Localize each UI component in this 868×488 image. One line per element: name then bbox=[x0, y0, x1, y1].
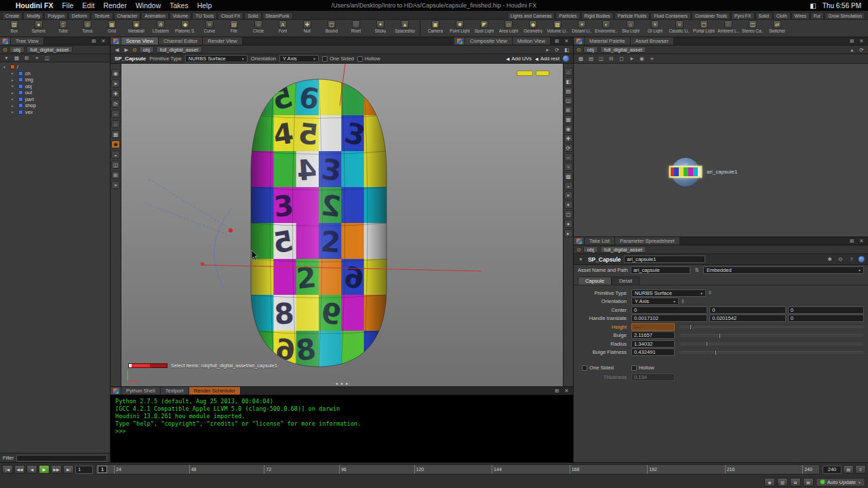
shelf-tab[interactable]: Particle Fluids bbox=[614, 12, 650, 19]
nav-up-icon[interactable]: ▴ bbox=[848, 46, 856, 54]
center-z-field[interactable]: 0 bbox=[788, 306, 864, 314]
pane-close-icon[interactable]: ✕ bbox=[563, 37, 570, 45]
shelf-tab[interactable]: Pyro FX bbox=[731, 12, 755, 19]
pane-icon-tab[interactable] bbox=[0, 37, 11, 45]
pane-grip[interactable]: ● ● ● bbox=[336, 382, 349, 386]
realtime-toggle-icon[interactable]: ◉ bbox=[764, 478, 775, 487]
viewport-tool-icon[interactable]: ⊞ bbox=[111, 171, 120, 179]
viewport-display-icon[interactable]: ● bbox=[564, 220, 573, 228]
shelf-tool[interactable]: ▭ Area Light bbox=[496, 20, 521, 33]
global-anim-icon[interactable]: ⊞ bbox=[790, 478, 801, 487]
viewport-display-icon[interactable]: ◒ bbox=[564, 182, 573, 190]
shelf-tool[interactable]: ◌ Rivet bbox=[344, 20, 368, 33]
add-rest-button[interactable]: ◀Add rest bbox=[535, 56, 559, 62]
viewport-display-icon[interactable]: ▸ bbox=[564, 229, 573, 237]
shelf-tool[interactable]: ✚ Null bbox=[295, 20, 319, 33]
tab-tree-view[interactable]: Tree View bbox=[11, 37, 44, 45]
viewport-display-icon[interactable]: ⟳ bbox=[564, 144, 573, 152]
shelf-tab[interactable]: Volume bbox=[170, 12, 192, 19]
viewport-display-icon[interactable]: ▤ bbox=[564, 87, 573, 95]
handle-translate-y-field[interactable]: 0.0201542 bbox=[709, 314, 785, 322]
tab-detail[interactable]: Detail bbox=[612, 277, 639, 285]
filter-input[interactable] bbox=[16, 455, 107, 462]
center-x-field[interactable]: 0 bbox=[631, 306, 707, 314]
shelf-tool[interactable]: ◫ Stereo Ca.. bbox=[741, 20, 765, 33]
viewport-display-icon[interactable]: ▩ bbox=[564, 172, 573, 180]
shelf-tool[interactable]: ✹ Point Light bbox=[448, 20, 472, 33]
transport-button[interactable]: ▶▶ bbox=[51, 465, 62, 474]
radius-slider[interactable] bbox=[679, 343, 864, 345]
shelf-tab[interactable]: Grow Simulation bbox=[825, 12, 865, 19]
bulge-field[interactable]: 2.11657 bbox=[631, 331, 675, 339]
pane-tab[interactable]: Scene View bbox=[121, 37, 159, 45]
viewport-display-icon[interactable]: ◉ bbox=[564, 125, 573, 133]
pane-close-icon[interactable]: ✕ bbox=[858, 237, 865, 245]
asset-name-field[interactable]: ari_capsule bbox=[631, 266, 690, 274]
tab-capsule[interactable]: Capsule bbox=[578, 277, 612, 285]
pane-split-icon[interactable]: ⊞ bbox=[848, 37, 856, 45]
path-root-chip[interactable]: obj bbox=[583, 246, 598, 253]
asset-mode-select[interactable]: Embedded▾ bbox=[703, 266, 864, 274]
pane-tab[interactable]: Channel Editor bbox=[159, 37, 203, 45]
tree-split-icon[interactable]: ⊞ bbox=[23, 54, 31, 62]
shelf-tool[interactable]: ◎ Torus bbox=[75, 20, 100, 33]
path-pin-icon[interactable]: ⊙ bbox=[576, 247, 581, 253]
sync-icon[interactable]: ⇅ bbox=[693, 266, 701, 274]
shelf-tool[interactable]: A Font bbox=[271, 20, 295, 33]
auto-update-select[interactable]: Auto Update ▾ bbox=[816, 478, 865, 487]
path-pin-icon[interactable]: ⊙ bbox=[132, 47, 137, 53]
handle-translate-x-field[interactable]: 0.0017102 bbox=[631, 314, 707, 322]
pane-icon-tab[interactable] bbox=[111, 37, 121, 45]
history-icon[interactable]: ⟳ bbox=[858, 46, 865, 54]
radius-field[interactable]: 1.34032 bbox=[631, 340, 675, 348]
path-root-chip[interactable]: obj bbox=[9, 46, 24, 53]
shelf-tool[interactable]: ≈ Curve bbox=[197, 20, 222, 33]
menu-render[interactable]: Render bbox=[103, 1, 126, 9]
menu-file[interactable]: File bbox=[62, 1, 73, 9]
shelf-tool[interactable]: ◌ Ambient L.. bbox=[716, 20, 741, 33]
viewport-display-icon[interactable]: ▦ bbox=[564, 115, 573, 123]
shelf-tab[interactable]: Character bbox=[114, 12, 141, 19]
shelf-tool[interactable]: ▦ Grid bbox=[100, 20, 124, 33]
menu-help[interactable]: Help bbox=[197, 1, 212, 9]
pane-split-icon[interactable]: ⊞ bbox=[553, 387, 561, 394]
network-tool-icon[interactable]: ◻ bbox=[618, 55, 625, 62]
path-pin-icon[interactable]: ⊙ bbox=[3, 47, 7, 53]
frame-field[interactable]: 1 bbox=[75, 466, 93, 474]
shelf-tab[interactable]: Fur bbox=[810, 12, 824, 19]
shelf-tab[interactable]: Deform bbox=[68, 12, 90, 19]
tree-item[interactable]: ▾ / bbox=[0, 64, 110, 70]
viewport-tool-icon[interactable]: ◫ bbox=[111, 161, 120, 169]
pane-icon-tab[interactable] bbox=[454, 37, 465, 45]
console-tab[interactable]: Python Shell bbox=[121, 387, 161, 394]
viewport-display-icon[interactable]: ✦ bbox=[564, 201, 573, 209]
disclosure-icon[interactable]: ▸ bbox=[12, 71, 16, 75]
tree-item[interactable]: ▾ obj bbox=[0, 83, 110, 90]
primitive-type-select[interactable]: NURBS Surface▾ bbox=[185, 55, 248, 62]
shelf-tab[interactable]: Container Tools bbox=[692, 12, 730, 19]
disclosure-icon[interactable]: ▸ bbox=[12, 110, 16, 114]
one-sided-checkbox[interactable] bbox=[582, 365, 587, 371]
viewport-tool-icon[interactable]: ✚ bbox=[111, 89, 120, 98]
shelf-tab[interactable]: Solid bbox=[755, 12, 772, 19]
node-name-field[interactable]: ari_capsule1 bbox=[624, 256, 705, 263]
network-tool-icon[interactable]: ⊟ bbox=[608, 55, 615, 62]
disclosure-icon[interactable]: ▸ bbox=[12, 104, 16, 108]
viewport-tool-icon[interactable]: ⟳ bbox=[111, 100, 120, 108]
gear-icon[interactable]: ✱ bbox=[826, 256, 833, 263]
shelf-tab[interactable]: Lights and Cameras bbox=[507, 12, 555, 19]
op-controls-icon[interactable] bbox=[859, 256, 865, 262]
python-shell-output[interactable]: Python 2.7.5 (default, Aug 25 2013, 00:0… bbox=[111, 395, 573, 462]
viewport-tool-icon[interactable]: ▦ bbox=[111, 130, 120, 138]
shelf-tool[interactable]: ◻ Bound bbox=[319, 20, 344, 33]
playbar-menu-icon[interactable]: ≡ bbox=[855, 465, 866, 474]
shelf-tab[interactable]: Solid bbox=[244, 12, 261, 19]
add-uvs-button[interactable]: ◀Add UVs bbox=[507, 56, 532, 62]
viewport-display-icon[interactable]: ⊞ bbox=[564, 106, 573, 114]
transport-button[interactable]: ◀◀ bbox=[14, 465, 25, 474]
shelf-tab[interactable]: Rigid Bodies bbox=[581, 12, 614, 19]
node-ari-capsule1[interactable] bbox=[670, 167, 701, 177]
shelf-tool[interactable]: ◆ Geometry bbox=[521, 20, 545, 33]
viewport-tool-icon[interactable]: ✱ bbox=[111, 140, 120, 148]
help-icon[interactable]: ? bbox=[848, 256, 855, 263]
